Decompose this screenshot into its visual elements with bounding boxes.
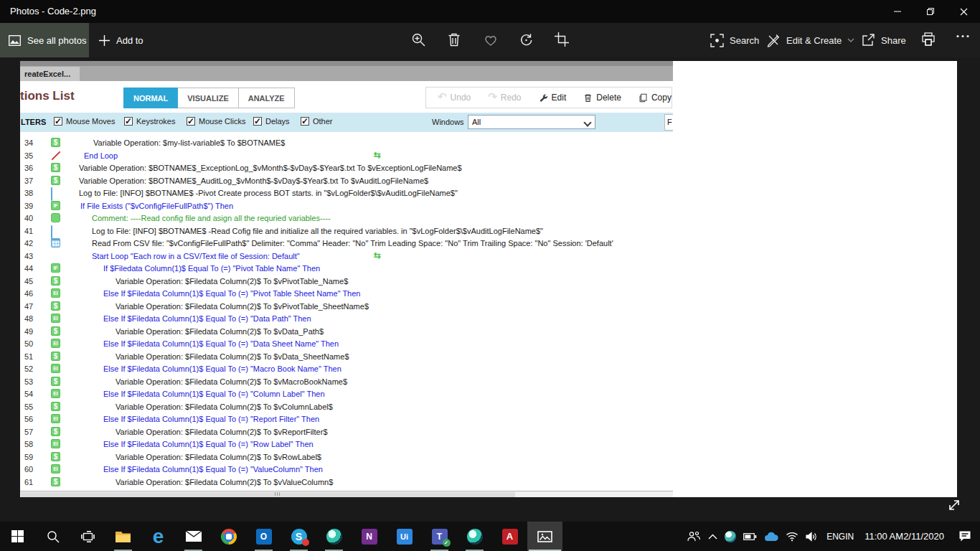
- action-line-52: 52Else If $Filedata Column(1)$ Equal To …: [20, 362, 673, 375]
- share-button[interactable]: Share: [861, 23, 906, 57]
- line-number: 47: [24, 302, 33, 311]
- filters-bar: LTERS Mouse MovesKeystrokesMouse ClicksD…: [20, 113, 673, 132]
- line-text: Variable Operation: $BOTNAME$_ExceptionL…: [79, 164, 462, 172]
- see-all-photos-button[interactable]: See all photos: [0, 23, 89, 57]
- webex-2-taskbar-icon[interactable]: [457, 522, 492, 551]
- language-indicator[interactable]: ENG IN: [821, 522, 859, 551]
- volume-icon[interactable]: [802, 522, 821, 551]
- var-command-icon: [51, 452, 60, 461]
- time-text: 11:00 AM: [864, 531, 903, 542]
- line-text: If $Filedata Column(1)$ Equal To (=) "Pi…: [103, 264, 320, 273]
- share-icon: [861, 33, 875, 47]
- action-line-49: 49Variable Operation: $Filedata Column(2…: [20, 325, 673, 338]
- maximize-button[interactable]: [914, 0, 947, 23]
- action-line-53: 53Variable Operation: $Filedata Column(2…: [20, 375, 673, 388]
- share-label: Share: [881, 35, 906, 46]
- redo-icon: ↷: [488, 93, 497, 103]
- delete-icon[interactable]: [447, 32, 463, 48]
- edit-create-button[interactable]: Edit & Create: [766, 23, 854, 57]
- skype-taskbar-icon[interactable]: S: [281, 522, 316, 551]
- add-to-button[interactable]: Add to: [99, 23, 143, 57]
- checkbox-checked-icon: [124, 117, 133, 126]
- line-number: 41: [24, 227, 33, 235]
- zoom-icon[interactable]: [411, 32, 427, 48]
- minimize-button[interactable]: [881, 0, 914, 23]
- actions-list: 34Variable Operation: $my-list-variable$…: [20, 136, 673, 491]
- webex-taskbar-icon[interactable]: [316, 522, 352, 551]
- action-line-43: 43Start Loop "Each row in a CSV/Text fil…: [20, 250, 673, 263]
- clock[interactable]: 11:00 AM 2/11/2020: [859, 522, 950, 551]
- comment-command-icon: [51, 213, 60, 222]
- var-command-icon: [51, 176, 60, 185]
- show-hidden-icons-chevron[interactable]: [705, 522, 721, 551]
- acrobat-taskbar-icon[interactable]: A: [492, 522, 527, 551]
- line-number: 51: [24, 352, 33, 361]
- trash-icon: [583, 93, 593, 103]
- language-region: IN: [845, 532, 854, 542]
- onenote-taskbar-icon[interactable]: N: [352, 522, 387, 551]
- checkbox-checked-icon: [301, 117, 309, 126]
- search-taskbar-icon[interactable]: [35, 522, 70, 551]
- filters-label: LTERS: [21, 118, 46, 126]
- edit-create-label: Edit & Create: [786, 35, 842, 46]
- wifi-icon[interactable]: [782, 522, 802, 551]
- line-text: Variable Operation: $Filedata Column(2)$…: [116, 327, 324, 336]
- close-button[interactable]: [947, 0, 980, 23]
- battery-icon[interactable]: [740, 522, 760, 551]
- line-text: Else If $Filedata Column(1)$ Equal To (=…: [103, 339, 339, 348]
- checkbox-checked-icon: [54, 117, 62, 126]
- if-command-icon: [51, 263, 60, 273]
- line-number: 46: [24, 289, 33, 298]
- var-command-icon: [51, 427, 60, 436]
- onedrive-cloud-icon[interactable]: [760, 522, 782, 551]
- start-taskbar-icon[interactable]: [0, 522, 35, 551]
- network-globe-icon[interactable]: [721, 522, 740, 551]
- scrollbar-thumb: [21, 492, 515, 497]
- action-line-34: 34Variable Operation: $my-list-variable$…: [20, 136, 673, 149]
- action-line-44: 44If $Filedata Column(1)$ Equal To (=) "…: [20, 262, 673, 275]
- mail-taskbar-icon[interactable]: [176, 522, 211, 551]
- task-view-taskbar-icon[interactable]: [70, 522, 105, 551]
- favorite-icon[interactable]: [483, 32, 499, 48]
- screenshot-top-strip: [20, 61, 673, 66]
- ei-command-icon: [51, 414, 60, 423]
- teams-taskbar-icon[interactable]: T✓: [422, 522, 457, 551]
- photos-taskbar-icon[interactable]: [527, 522, 562, 551]
- clipped-button: F: [664, 114, 673, 131]
- edge-taskbar-icon[interactable]: e: [141, 522, 176, 551]
- action-line-61: 61Variable Operation: $Filedata Column(2…: [20, 476, 673, 489]
- var-command-icon: [51, 138, 60, 147]
- outlook-taskbar-icon[interactable]: O: [246, 522, 281, 551]
- file-explorer-taskbar-icon[interactable]: [105, 522, 141, 551]
- actions-list-title: tions List: [20, 89, 75, 103]
- filter-checkbox-delays: Delays: [253, 117, 290, 126]
- uipath-taskbar-icon[interactable]: Ui: [387, 522, 422, 551]
- search-button[interactable]: Search: [710, 23, 759, 57]
- line-number: 59: [24, 453, 33, 461]
- print-icon[interactable]: [921, 32, 937, 48]
- edit-actions-panel: ↶Undo↷RedoEditDeleteCopy: [425, 87, 672, 108]
- var-command-icon: [51, 326, 60, 336]
- photo-canvas[interactable]: reateExcel... tions List NORMALVISUALIZE…: [20, 61, 957, 497]
- see-more-icon[interactable]: [956, 34, 972, 50]
- people-icon[interactable]: [683, 522, 705, 551]
- rotate-icon[interactable]: [519, 32, 534, 48]
- filter-checkbox-mouse-moves: Mouse Moves: [54, 117, 115, 126]
- zoom-to-fill-button[interactable]: [946, 496, 964, 514]
- chrome-taskbar-icon[interactable]: [211, 522, 246, 551]
- chevron-down-icon: [847, 38, 854, 43]
- screenshot-content: reateExcel... tions List NORMALVISUALIZE…: [20, 61, 673, 497]
- line-text: Else If $Filedata Column(1)$ Equal To (=…: [103, 415, 319, 423]
- language-code: ENG: [826, 532, 845, 542]
- action-line-38: 38Log to File: [INFO] $BOTNAME$ -Pivot C…: [20, 187, 673, 199]
- mode-normal-button: NORMAL: [123, 88, 178, 108]
- select-chevron-icon: [583, 118, 591, 126]
- windows-filter-label: Windows: [432, 118, 464, 126]
- copy-action-button: Copy: [639, 93, 672, 103]
- line-text: Variable Operation: $BOTNAME$_AuditLog_$…: [79, 176, 428, 185]
- action-center-icon[interactable]: [950, 522, 980, 551]
- var-command-icon: [51, 477, 60, 486]
- line-number: 57: [24, 428, 33, 436]
- action-line-54: 54Else If $Filedata Column(1)$ Equal To …: [20, 387, 673, 400]
- crop-icon[interactable]: [555, 32, 570, 48]
